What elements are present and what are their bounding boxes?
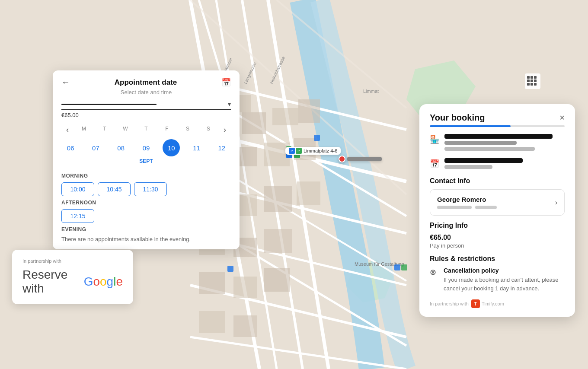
day-header-wed: W (117, 126, 134, 132)
date-10[interactable]: 10 (163, 139, 180, 156)
calendar-next-button[interactable]: › (219, 124, 231, 136)
service-line-2 (444, 141, 517, 145)
contact-bar-2 (475, 206, 497, 209)
booking-footer: In partnership with T Timify.com (430, 299, 565, 308)
pin-icons: P P (289, 148, 302, 154)
day-header-fri: F (158, 126, 176, 132)
day-header-sat: S (179, 126, 196, 132)
svg-rect-58 (534, 76, 537, 79)
svg-rect-56 (527, 76, 530, 79)
svg-rect-52 (394, 264, 400, 270)
svg-rect-24 (298, 99, 320, 123)
panel-title: Appointment date (70, 78, 221, 87)
cancel-policy-text: If you made a booking and can't attent, … (444, 276, 565, 293)
booking-title: Your booking (430, 113, 485, 123)
svg-rect-40 (233, 315, 257, 337)
pin-icon-2: P (296, 148, 302, 154)
rules-row: ⊗ Cancellation policy If you made a book… (430, 267, 565, 293)
day-header-thu: T (137, 126, 155, 132)
svg-rect-51 (227, 266, 233, 272)
dropdown-bar (61, 104, 157, 105)
pricing-section-title: Pricing Info (430, 222, 565, 229)
booking-panel: Your booking × 🏪 📅 Contact Info George R… (419, 104, 575, 317)
contact-bars (437, 206, 497, 209)
svg-text:Limmat: Limmat (363, 89, 379, 94)
morning-slots: 10:00 10:45 11:30 (61, 182, 231, 196)
contact-bar-1 (437, 206, 472, 209)
svg-rect-31 (264, 186, 292, 212)
booking-close-button[interactable]: × (559, 113, 565, 123)
morning-label: MORNING (61, 173, 231, 179)
datetime-icon: 📅 (430, 159, 439, 169)
svg-rect-39 (199, 311, 225, 333)
datetime-info-row: 📅 (430, 158, 565, 171)
google-letter-o1: o (93, 275, 100, 288)
contact-name: George Romero (437, 196, 497, 203)
booking-progress-fill (430, 125, 511, 127)
date-08[interactable]: 08 (112, 139, 130, 156)
service-dropdown[interactable]: ▾ (61, 101, 231, 110)
panel-subtitle: Select date and time (53, 89, 240, 95)
date-11[interactable]: 11 (188, 139, 205, 156)
date-07[interactable]: 07 (87, 139, 104, 156)
location-pin-label: Limmatplatz 4-6 (304, 148, 337, 153)
marker-label-bar (347, 157, 382, 161)
svg-rect-54 (314, 135, 320, 141)
slot-1045[interactable]: 10:45 (98, 182, 131, 196)
pin-icon-1: P (289, 148, 295, 154)
map-marker[interactable] (339, 156, 382, 162)
back-button[interactable]: ← (61, 77, 70, 87)
slot-1215[interactable]: 12:15 (61, 209, 94, 223)
date-09[interactable]: 09 (137, 139, 155, 156)
appointment-panel: ← Appointment date 📅 Select date and tim… (53, 70, 240, 249)
google-letter-e: e (116, 275, 123, 288)
timify-logo: T Timify.com (471, 299, 504, 308)
contact-info: George Romero (437, 196, 497, 209)
slot-1000[interactable]: 10:00 (61, 182, 94, 196)
svg-rect-57 (530, 76, 533, 79)
reserve-google-logo: Reserve with Google (22, 268, 123, 296)
location-pin[interactable]: P P Limmatplatz 4-6 (285, 147, 341, 155)
day-header-mon: M (75, 126, 93, 132)
contact-arrow: › (555, 199, 557, 207)
calendar-icon: 📅 (221, 78, 231, 87)
google-letter-o2: o (100, 275, 107, 288)
calendar-section: ‹ M T W T F S S › 06 07 08 09 10 11 12 S… (53, 124, 240, 164)
booking-header: Your booking × (430, 113, 565, 123)
day-header-tue: T (96, 126, 113, 132)
dropdown-arrow: ▾ (228, 101, 231, 108)
afternoon-slots: 12:15 (61, 209, 231, 223)
datetime-info-lines (444, 158, 565, 171)
date-12[interactable]: 12 (213, 139, 230, 156)
panel-price: €65.00 (61, 112, 231, 118)
google-letter-g: g (107, 275, 114, 288)
day-header-sun: S (200, 126, 217, 132)
svg-rect-23 (272, 108, 298, 125)
footer-text: In partnership with (430, 301, 469, 306)
calendar-prev-button[interactable]: ‹ (61, 124, 74, 136)
contact-card[interactable]: George Romero › (430, 189, 565, 216)
datetime-line-2 (444, 165, 492, 169)
slot-1130[interactable]: 11:30 (134, 182, 167, 196)
cancel-icon: ⊗ (430, 267, 439, 277)
service-icon: 🏪 (430, 135, 439, 144)
evening-label: EVENING (61, 226, 231, 232)
svg-rect-64 (534, 83, 537, 86)
reserve-text: Reserve with (22, 268, 81, 296)
svg-rect-53 (401, 264, 407, 270)
svg-rect-27 (264, 143, 290, 166)
time-section: MORNING 10:00 10:45 11:30 AFTERNOON 12:1… (53, 164, 240, 242)
booking-progress-bar (430, 125, 565, 127)
date-06[interactable]: 06 (62, 139, 79, 156)
svg-rect-38 (264, 268, 290, 292)
svg-rect-37 (233, 277, 257, 298)
cancel-policy-title: Cancellation policy (444, 267, 565, 274)
no-evening-slots: There are no appointments available in t… (61, 236, 231, 242)
service-line-1 (444, 134, 553, 139)
service-info-row: 🏪 (430, 134, 565, 153)
reserve-google-panel: In partnership with Reserve with Google (12, 250, 133, 304)
svg-rect-59 (527, 80, 530, 82)
timify-label: Timify.com (482, 301, 504, 306)
svg-rect-63 (530, 83, 533, 86)
contact-section-title: Contact Info (430, 177, 565, 185)
